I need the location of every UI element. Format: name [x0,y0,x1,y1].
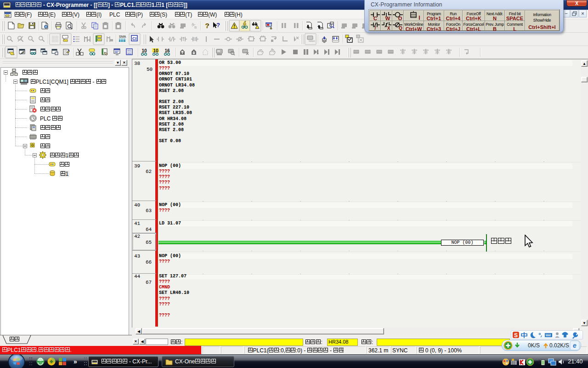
svg-text:I: I [418,15,420,21]
svg-text:/: / [375,26,376,31]
svg-text:Q: Q [399,26,402,31]
svg-text:0.02K/S: 0.02K/S [549,342,569,349]
svg-text:»: » [74,358,77,365]
svg-text:0K/S: 0K/S [528,342,540,349]
svg-text:16: 16 [164,48,170,53]
svg-text:10: 10 [141,48,147,53]
svg-text:?: ? [216,22,220,29]
svg-text:10: 10 [153,48,158,53]
svg-text:X: X [387,26,390,31]
svg-text:S: S [514,332,518,339]
svg-text:e: e [573,342,577,349]
svg-text:B: B [194,25,197,29]
svg-text:002: 002 [127,52,131,55]
svg-text:CI: CI [132,36,136,41]
svg-text:SMA: SMA [119,35,126,38]
svg-text:rorcn: rorcn [309,40,315,42]
svg-text:?: ? [205,22,209,29]
